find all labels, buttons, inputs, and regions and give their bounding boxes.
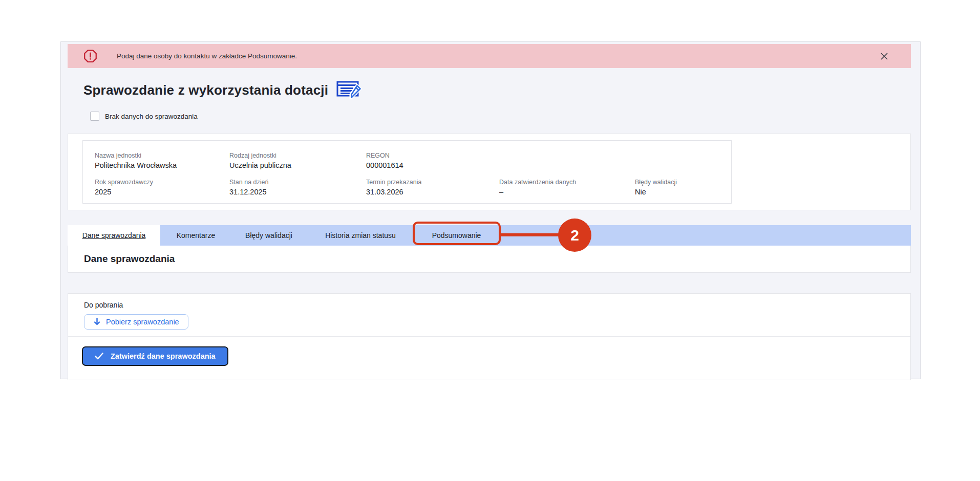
- field-data-zatwierdzenia: Data zatwierdzenia danych –: [499, 179, 635, 196]
- approve-report-button-label: Zatwierdź dane sprawozdania: [111, 352, 216, 360]
- tabbar: Dane sprawozdania Komentarze Błędy walid…: [68, 225, 911, 246]
- no-data-checkbox[interactable]: [90, 112, 99, 121]
- title-row: Sprawozdanie z wykorzystania dotacji: [83, 80, 920, 100]
- checkmark-icon: [95, 353, 103, 360]
- tab-dane-sprawozdania[interactable]: Dane sprawozdania: [68, 225, 160, 246]
- close-icon: [879, 51, 889, 61]
- content-card: Do pobrania Pobierz sprawozdanie Zatwier…: [68, 293, 911, 380]
- warning-octagon-icon: [83, 49, 97, 63]
- no-data-checkbox-label: Brak danych do sprawozdania: [105, 113, 198, 120]
- download-arrow-icon: [93, 318, 101, 326]
- field-nazwa-jednostki: Nazwa jednostki Politechnika Wrocławska: [95, 152, 229, 169]
- tab-historia-zmian-statusu[interactable]: Historia zmian statusu: [306, 225, 415, 246]
- field-bledy-walidacji: Błędy walidacji Nie: [635, 179, 731, 196]
- field-termin-przekazania: Termin przekazania 31.03.2026: [366, 179, 499, 196]
- field-regon: REGON 000001614: [366, 152, 499, 169]
- page-title: Sprawozdanie z wykorzystania dotacji: [83, 82, 328, 98]
- document-edit-icon: [336, 80, 363, 100]
- download-report-button-label: Pobierz sprawozdanie: [106, 318, 179, 326]
- tab-komentarze[interactable]: Komentarze: [160, 225, 231, 246]
- unit-info-card: Nazwa jednostki Politechnika Wrocławska …: [68, 134, 911, 210]
- alert-banner: Podaj dane osoby do kontaktu w zakładce …: [68, 44, 911, 68]
- alert-close-button[interactable]: [878, 50, 890, 62]
- section-heading-panel: Dane sprawozdania: [68, 246, 911, 273]
- unit-info-inner-box: Nazwa jednostki Politechnika Wrocławska …: [82, 140, 732, 204]
- checkbox-row: Brak danych do sprawozdania: [90, 111, 920, 121]
- approve-report-button[interactable]: Zatwierdź dane sprawozdania: [82, 346, 228, 366]
- approve-section: Zatwierdź dane sprawozdania: [68, 337, 910, 380]
- tab-podsumowanie[interactable]: Podsumowanie: [415, 225, 498, 246]
- download-report-button[interactable]: Pobierz sprawozdanie: [84, 314, 188, 330]
- field-rodzaj-jednostki: Rodzaj jednostki Uczelnia publiczna: [229, 152, 366, 169]
- field-stan-na-dzien: Stan na dzień 31.12.2025: [229, 179, 366, 196]
- section-heading: Dane sprawozdania: [84, 253, 175, 265]
- tab-bledy-walidacji[interactable]: Błędy walidacji: [231, 225, 306, 246]
- field-rok-sprawozdawczy: Rok sprawozdawczy 2025: [95, 179, 229, 196]
- download-section: Do pobrania Pobierz sprawozdanie: [68, 294, 910, 337]
- download-label: Do pobrania: [84, 301, 910, 309]
- alert-message: Podaj dane osoby do kontaktu w zakładce …: [117, 52, 297, 60]
- report-page-frame: Podaj dane osoby do kontaktu w zakładce …: [60, 41, 921, 379]
